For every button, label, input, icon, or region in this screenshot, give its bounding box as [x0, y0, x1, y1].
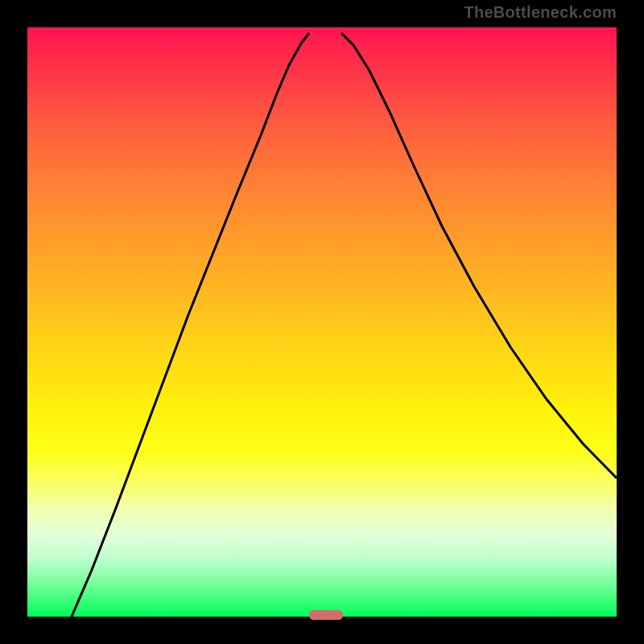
chart-container: TheBottleneck.com — [0, 0, 644, 644]
plot-area — [27, 27, 617, 617]
left-curve — [72, 33, 309, 617]
bottom-marker — [309, 610, 343, 620]
right-curve — [341, 33, 617, 478]
watermark-text: TheBottleneck.com — [464, 3, 617, 22]
curve-svg — [27, 27, 617, 617]
